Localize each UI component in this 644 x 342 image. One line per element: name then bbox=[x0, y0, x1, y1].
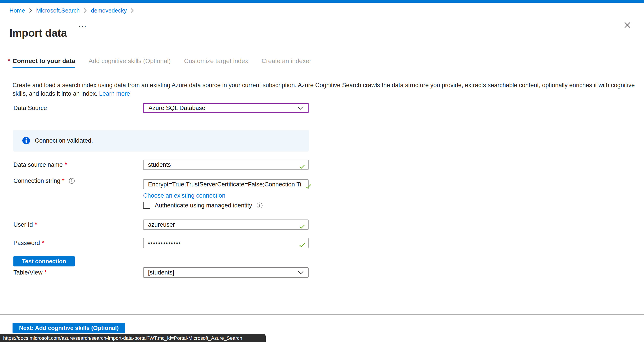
user-id-fieldwrap bbox=[143, 220, 308, 230]
tab-add-cognitive-skills[interactable]: Add cognitive skills (Optional) bbox=[88, 57, 170, 68]
valid-check-icon bbox=[299, 163, 305, 171]
password-fieldwrap bbox=[143, 238, 308, 248]
info-outline-icon[interactable] bbox=[69, 178, 75, 184]
user-id-label: User Id * bbox=[14, 221, 37, 228]
more-options-icon[interactable]: ··· bbox=[79, 23, 87, 30]
label-text: Table/View bbox=[14, 269, 42, 276]
connection-validated-banner: Connection validated. bbox=[14, 130, 308, 152]
page-title: Import data bbox=[10, 27, 67, 39]
data-source-dropdown[interactable]: Azure SQL Database bbox=[143, 103, 308, 113]
required-marker: * bbox=[62, 178, 64, 184]
required-marker: * bbox=[35, 221, 37, 228]
valid-check-icon bbox=[306, 182, 311, 190]
data-source-name-label: Data source name * bbox=[14, 162, 67, 168]
tab-label: Add cognitive skills (Optional) bbox=[88, 57, 170, 64]
chevron-right-icon bbox=[29, 8, 32, 13]
choose-existing-connection-link[interactable]: Choose an existing connection bbox=[143, 192, 226, 199]
data-source-field: Azure SQL Database bbox=[143, 103, 308, 113]
connection-string-input[interactable] bbox=[143, 179, 308, 189]
label-text: Data Source bbox=[14, 104, 47, 111]
breadcrumb-demovedecky[interactable]: demovedecky bbox=[91, 7, 126, 14]
learn-more-link[interactable]: Learn more bbox=[99, 90, 130, 97]
tab-label: Connect to your data bbox=[12, 57, 75, 68]
chevron-down-icon bbox=[298, 104, 303, 111]
page-description: Create and load a search index using dat… bbox=[12, 81, 638, 98]
managed-identity-label: Authenticate using managed identity bbox=[155, 202, 252, 208]
status-url-text: https://docs.microsoft.com/azure/search/… bbox=[3, 335, 242, 341]
tab-label: Create an indexer bbox=[262, 57, 312, 64]
breadcrumb: Home Microsoft.Search demovedecky bbox=[10, 7, 134, 14]
valid-check-icon bbox=[299, 223, 305, 231]
required-marker: * bbox=[8, 57, 10, 64]
tab-create-an-indexer[interactable]: Create an indexer bbox=[262, 57, 312, 68]
info-filled-icon bbox=[22, 137, 30, 144]
data-source-name-fieldwrap bbox=[143, 160, 308, 170]
wizard-tabs: * Connect to your data Add cognitive ski… bbox=[12, 57, 311, 68]
password-input[interactable] bbox=[143, 238, 308, 248]
banner-text: Connection validated. bbox=[35, 137, 93, 144]
managed-identity-row: Authenticate using managed identity bbox=[143, 202, 262, 209]
tab-connect-to-your-data[interactable]: * Connect to your data bbox=[12, 57, 75, 68]
chevron-right-icon bbox=[131, 8, 134, 13]
chevron-down-icon bbox=[298, 269, 304, 276]
tab-label: Customize target index bbox=[184, 57, 248, 64]
managed-identity-checkbox[interactable] bbox=[143, 202, 150, 209]
status-url-tooltip: https://docs.microsoft.com/azure/search/… bbox=[0, 334, 266, 342]
data-source-name-input[interactable] bbox=[143, 160, 308, 170]
valid-check-icon bbox=[299, 241, 305, 249]
connection-string-fieldwrap bbox=[143, 179, 308, 189]
azure-top-bar bbox=[0, 0, 644, 3]
breadcrumb-microsoft-search[interactable]: Microsoft.Search bbox=[36, 7, 80, 14]
next-add-cognitive-skills-button[interactable]: Next: Add cognitive skills (Optional) bbox=[12, 323, 125, 333]
test-connection-button[interactable]: Test connection bbox=[14, 256, 75, 266]
password-label: Password * bbox=[14, 240, 44, 246]
selected-value: [students] bbox=[148, 269, 174, 276]
table-view-field: [students] bbox=[143, 267, 308, 278]
close-icon[interactable] bbox=[624, 21, 632, 29]
label-text: Password bbox=[14, 240, 40, 246]
breadcrumb-home[interactable]: Home bbox=[10, 7, 25, 14]
tab-customize-target-index[interactable]: Customize target index bbox=[184, 57, 248, 68]
required-marker: * bbox=[44, 269, 47, 276]
label-text: Data source name bbox=[14, 162, 63, 168]
label-text: User Id bbox=[14, 221, 33, 228]
data-source-label: Data Source bbox=[14, 104, 47, 111]
required-marker: * bbox=[42, 240, 44, 246]
label-text: Connection string bbox=[14, 178, 60, 184]
table-view-dropdown[interactable]: [students] bbox=[143, 267, 308, 278]
connection-string-label: Connection string * bbox=[14, 178, 75, 184]
footer-divider bbox=[0, 314, 644, 315]
required-marker: * bbox=[64, 162, 67, 168]
selected-value: Azure SQL Database bbox=[148, 104, 205, 111]
table-view-label: Table/View * bbox=[14, 269, 47, 276]
user-id-input[interactable] bbox=[143, 220, 308, 230]
import-data-page: Home Microsoft.Search demovedecky Import… bbox=[0, 0, 644, 342]
chevron-right-icon bbox=[84, 8, 87, 13]
info-outline-icon[interactable] bbox=[256, 202, 262, 208]
